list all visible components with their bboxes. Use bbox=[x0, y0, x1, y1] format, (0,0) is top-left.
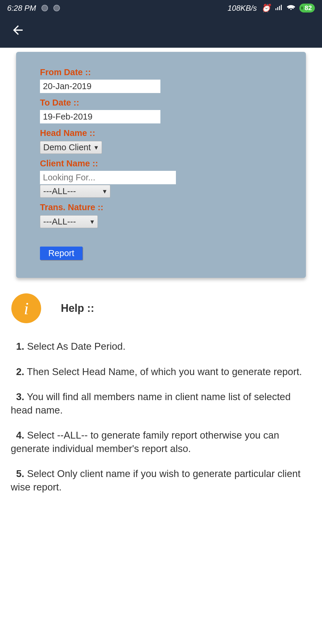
main-content: From Date :: To Date :: Head Name :: Dem… bbox=[0, 52, 322, 494]
to-date-label: To Date :: bbox=[40, 98, 282, 108]
help-section: i Help :: 1. Select As Date Period. 2. T… bbox=[0, 293, 322, 494]
status-time: 6:28 PM bbox=[7, 4, 36, 13]
client-name-label: Client Name :: bbox=[40, 159, 282, 168]
from-date-input[interactable] bbox=[40, 80, 160, 93]
signal-icon bbox=[275, 4, 283, 13]
help-item: 4. Select --ALL-- to generate family rep… bbox=[11, 429, 311, 455]
help-item: 3. You will find all members name in cli… bbox=[11, 390, 311, 417]
nav-bar bbox=[0, 16, 322, 48]
client-name-search-input[interactable] bbox=[40, 171, 176, 184]
head-name-label: Head Name :: bbox=[40, 128, 282, 138]
status-right: 108KB/s ⏰ 82 bbox=[227, 4, 315, 13]
wifi-icon bbox=[287, 4, 295, 13]
status-left: 6:28 PM bbox=[7, 4, 60, 13]
help-header: i Help :: bbox=[11, 293, 311, 323]
from-date-label: From Date :: bbox=[40, 67, 282, 77]
battery-badge: 82 bbox=[299, 4, 315, 13]
client-name-select[interactable]: ---ALL--- bbox=[40, 185, 110, 198]
help-title: Help :: bbox=[61, 302, 94, 315]
trans-nature-label: Trans. Nature :: bbox=[40, 202, 282, 212]
info-icon: i bbox=[11, 293, 41, 323]
status-dot-icon bbox=[53, 5, 60, 11]
form-card: From Date :: To Date :: Head Name :: Dem… bbox=[16, 52, 306, 278]
help-item: 2. Then Select Head Name, of which you w… bbox=[11, 365, 311, 379]
trans-nature-select[interactable]: ---ALL--- bbox=[40, 215, 98, 228]
help-item: 5. Select Only client name if you wish t… bbox=[11, 467, 311, 494]
status-dot-icon bbox=[41, 5, 48, 11]
status-bar: 6:28 PM 108KB/s ⏰ 82 bbox=[0, 0, 322, 16]
report-button[interactable]: Report bbox=[40, 247, 83, 260]
back-arrow-icon[interactable] bbox=[11, 23, 25, 41]
alarm-icon: ⏰ bbox=[261, 4, 271, 13]
head-name-select[interactable]: Demo Client bbox=[40, 141, 102, 154]
to-date-input[interactable] bbox=[40, 110, 160, 123]
help-list: 1. Select As Date Period. 2. Then Select… bbox=[11, 340, 311, 494]
network-speed: 108KB/s bbox=[227, 4, 257, 13]
help-item: 1. Select As Date Period. bbox=[11, 340, 311, 353]
